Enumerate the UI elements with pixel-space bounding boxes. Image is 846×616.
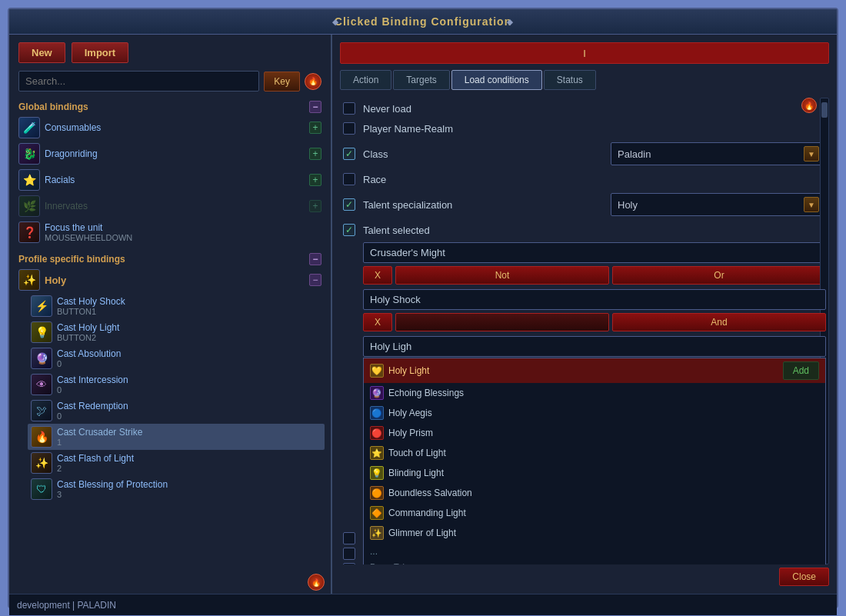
close-btn-row: Close	[340, 564, 829, 586]
talent-spec-dropdown[interactable]: Holy ▼	[611, 193, 826, 216]
dropdown-item-holy-prism[interactable]: 🔴 Holy Prism	[364, 423, 825, 443]
list-item[interactable]: 💡 Cast Holy Light BUTTON2	[28, 319, 325, 345]
key-button[interactable]: Key	[264, 72, 300, 92]
class-dropdown[interactable]: Paladin ▼	[611, 142, 826, 165]
blessing-icon: 🛡	[31, 478, 52, 500]
list-item[interactable]: 🧪 Consumables +	[15, 115, 325, 141]
boundless-salvation-icon: 🟠	[370, 486, 384, 500]
holy-ligh-input[interactable]	[363, 336, 826, 357]
holy-light-key: BUTTON2	[57, 333, 321, 342]
absolution-key: 0	[57, 359, 321, 368]
consumables-icon: 🧪	[18, 117, 40, 138]
instance-type-checkbox[interactable]	[343, 563, 355, 564]
close-button[interactable]: Close	[779, 568, 829, 586]
race-label: Race	[363, 174, 386, 185]
redemption-key: 0	[57, 411, 321, 421]
class-row: ✓ Class Paladin ▼	[343, 141, 826, 167]
holy-shock-x-btn[interactable]: X	[363, 313, 392, 331]
racials-label: Racials	[45, 175, 305, 185]
left-bottom-icon[interactable]: 🔥	[308, 574, 325, 591]
list-item[interactable]: ✨ Cast Flash of Light 2	[28, 450, 325, 476]
crusaders-might-or-btn[interactable]: Or	[612, 266, 826, 285]
title-bar: Clicked Binding Configuration	[9, 9, 837, 35]
focus-label: Focus the unit	[45, 222, 321, 233]
list-item[interactable]: ⭐ Racials +	[15, 167, 325, 193]
dropdown-item-touch-of-light[interactable]: ⭐ Touch of Light	[364, 443, 825, 463]
crusaders-might-input[interactable]: Crusader's Might	[363, 242, 826, 263]
redemption-icon: 🕊	[31, 400, 52, 421]
dropdown-item-holy-aegis[interactable]: 🔵 Holy Aegis	[364, 403, 825, 423]
player-name-checkbox[interactable]	[343, 122, 355, 135]
racials-icon: ⭐	[18, 169, 40, 191]
list-item[interactable]: ✨ Holy −	[15, 267, 325, 293]
never-load-checkbox[interactable]	[343, 102, 355, 115]
holy-shock-input[interactable]: Holy Shock	[363, 289, 826, 310]
holy-shock-empty-btn[interactable]	[395, 313, 609, 331]
holy-label: Holy	[45, 275, 305, 286]
list-item[interactable]: 🌿 Innervates +	[15, 193, 325, 219]
dropdown-item-holy-light[interactable]: 💛 Holy Light Add	[364, 358, 825, 383]
redemption-label: Cast Redemption	[57, 401, 321, 411]
list-item[interactable]: 🐉 Dragonriding +	[15, 141, 325, 167]
consumables-expand[interactable]: +	[309, 122, 321, 134]
search-input[interactable]	[18, 71, 259, 92]
holy-collapse[interactable]: −	[309, 274, 321, 286]
list-item[interactable]: ❓ Focus the unit MOUSEWHEELDOWN	[15, 219, 325, 245]
top-right-icon[interactable]: 🔥	[801, 98, 817, 113]
global-bindings-collapse[interactable]: −	[309, 101, 321, 113]
dropdown-item-blinding-light[interactable]: 💡 Blinding Light	[364, 463, 825, 483]
holy-shock-label: Cast Holy Shock	[57, 296, 321, 307]
crusaders-might-block: Crusader's Might X Not Or	[363, 242, 826, 285]
add-button[interactable]: Add	[783, 361, 819, 380]
dragonriding-icon: 🐉	[18, 143, 40, 165]
innervates-expand[interactable]: +	[309, 200, 321, 212]
blinding-light-icon: 💡	[370, 466, 384, 480]
crusaders-might-not-btn[interactable]: Not	[395, 266, 609, 285]
holy-shock-block: Holy Shock X And	[363, 289, 826, 331]
intercession-icon: 👁	[31, 374, 52, 395]
crusaders-might-x-btn[interactable]: X	[363, 266, 392, 285]
absolution-label: Cast Absolution	[57, 348, 321, 359]
list-item[interactable]: 🔥 Cast Crusader Strike 1	[28, 424, 325, 450]
dropdown-item-boundless-salvation[interactable]: 🟠 Boundless Salvation	[364, 483, 825, 503]
main-window: Clicked Binding Configuration New Import…	[8, 8, 838, 608]
intercession-key: 0	[57, 385, 321, 395]
list-item[interactable]: 👁 Cast Intercession 0	[28, 371, 325, 398]
holy-shock-btns: X And	[363, 313, 826, 331]
scroll-icon[interactable]: 🔥	[305, 73, 321, 90]
racials-expand[interactable]: +	[309, 174, 321, 186]
war-mode-checkbox[interactable]	[343, 548, 355, 560]
list-item[interactable]: 🕊 Cast Redemption 0	[28, 398, 325, 424]
tab-load-conditions[interactable]: Load conditions	[451, 70, 542, 90]
list-item[interactable]: 🛡 Cast Blessing of Protection 3	[28, 476, 325, 502]
new-button[interactable]: New	[18, 42, 65, 63]
tab-status[interactable]: Status	[544, 70, 596, 90]
race-checkbox[interactable]	[343, 173, 355, 185]
holy-shock-key: BUTTON1	[57, 307, 321, 316]
talent-selected-checkbox[interactable]: ✓	[343, 224, 355, 236]
profile-bindings-collapse[interactable]: −	[309, 253, 321, 265]
talent-spec-dropdown-arrow[interactable]: ▼	[804, 197, 819, 212]
absolution-icon: 🔮	[31, 348, 52, 369]
dragonriding-expand[interactable]: +	[309, 148, 321, 160]
list-item[interactable]: 🔮 Cast Absolution 0	[28, 345, 325, 371]
tab-action[interactable]: Action	[340, 70, 391, 90]
right-panel: I Action Targets Load conditions Status	[332, 35, 837, 594]
talent-spec-checkbox[interactable]: ✓	[343, 198, 355, 211]
profile-bindings-label: Profile specific bindings	[18, 254, 125, 265]
dropdown-item-commanding-light[interactable]: 🔶 Commanding Light	[364, 503, 825, 523]
flash-key: 2	[57, 464, 321, 473]
dropdown-item-echoing-blessings[interactable]: 🔮 Echoing Blessings	[364, 383, 825, 403]
holy-light-menu-icon: 💛	[370, 364, 384, 378]
tab-targets[interactable]: Targets	[393, 70, 449, 90]
holy-shock-and-btn[interactable]: And	[612, 313, 826, 331]
class-checkbox[interactable]: ✓	[343, 148, 355, 160]
race-row: Race	[343, 171, 826, 187]
pvp-talent-checkbox[interactable]	[343, 532, 355, 544]
press-tab-hint: Press Tab	[364, 560, 825, 564]
import-button[interactable]: Import	[72, 42, 128, 63]
dropdown-item-glimmer-of-light[interactable]: ✨ Glimmer of Light	[364, 523, 825, 543]
class-dropdown-arrow[interactable]: ▼	[804, 146, 819, 161]
list-item[interactable]: ⚡ Cast Holy Shock BUTTON1	[28, 293, 325, 319]
innervates-icon: 🌿	[18, 195, 40, 217]
